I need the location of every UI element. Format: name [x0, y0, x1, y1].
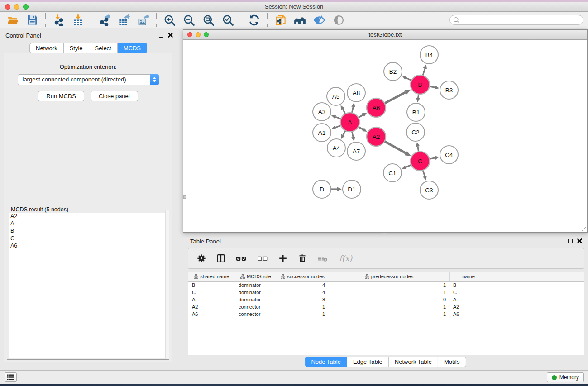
export-network-icon[interactable]	[98, 14, 110, 26]
float-panel-icon[interactable]	[159, 33, 163, 38]
graph-edge[interactable]	[430, 86, 435, 87]
zoom-selected-icon[interactable]	[222, 14, 234, 26]
table-row[interactable]: A6connector11A6	[188, 310, 584, 318]
graph-edge[interactable]	[430, 158, 435, 159]
table-cell[interactable]: A2	[188, 303, 235, 310]
table-cell[interactable]: 1	[329, 281, 449, 289]
close-panel-button[interactable]: Close panel	[91, 91, 138, 101]
result-scrollbar[interactable]	[165, 210, 169, 359]
table-cell[interactable]: B	[188, 281, 235, 289]
zoom-out-icon[interactable]	[183, 14, 195, 26]
zoom-fit-icon[interactable]	[202, 14, 215, 26]
table-cell[interactable]: A6	[188, 310, 235, 318]
add-column-icon[interactable]	[278, 253, 288, 263]
table-cell[interactable]: C	[188, 289, 235, 296]
clone-network-icon[interactable]	[274, 14, 287, 26]
tab-edge-table[interactable]: Edge Table	[347, 357, 389, 367]
tab-network[interactable]: Network	[29, 43, 64, 53]
function-builder-icon[interactable]: f(x)	[338, 253, 354, 264]
table-cell[interactable]: 8	[277, 296, 329, 303]
mcds-result-item[interactable]: C	[9, 235, 167, 242]
table-cell[interactable]: 0	[329, 296, 449, 303]
table-cell[interactable]: connector	[235, 303, 277, 310]
import-network-icon[interactable]	[53, 14, 65, 26]
table-cell[interactable]: B	[449, 281, 488, 289]
graph-edge[interactable]	[335, 117, 341, 119]
network-canvas[interactable]: B4B2BB3A8A5A6A3B1AA1C2A2A4A7C4CC1C3DD1	[183, 40, 587, 232]
memory-button[interactable]: Memory	[547, 372, 584, 382]
table-cell[interactable]: A6	[449, 310, 488, 318]
run-mcds-button[interactable]: Run MCDS	[38, 91, 84, 101]
table-cell[interactable]: 1	[277, 303, 329, 310]
export-table-icon[interactable]	[118, 14, 130, 26]
table-cell[interactable]: dominator	[235, 289, 277, 296]
table-row[interactable]: Cdominator41C	[188, 289, 584, 296]
tab-mcds[interactable]: MCDS	[118, 43, 147, 53]
mcds-result-item[interactable]: A	[9, 220, 167, 227]
table-cell[interactable]: connector	[235, 310, 277, 318]
graph-edge[interactable]	[418, 147, 419, 152]
hide-graphics-details-icon[interactable]	[313, 14, 325, 26]
refresh-layout-icon[interactable]	[248, 14, 260, 26]
graph-edge[interactable]	[423, 170, 425, 176]
table-row[interactable]: A2connector11A2	[188, 303, 584, 310]
table-row[interactable]: Bdominator41B	[188, 281, 584, 289]
mcds-result-item[interactable]: A6	[9, 242, 167, 249]
tab-style[interactable]: Style	[64, 43, 89, 53]
column-header-predecessor-nodes[interactable]: predecessor nodes	[329, 272, 449, 281]
table-cell[interactable]: 1	[329, 289, 449, 296]
select-all-checkboxes-icon[interactable]	[235, 253, 247, 263]
close-table-panel-icon[interactable]	[577, 238, 582, 243]
graph-edge[interactable]	[406, 78, 411, 81]
graph-edge[interactable]	[418, 94, 419, 98]
scrollbar-thumb[interactable]	[183, 195, 186, 199]
graph-edge[interactable]	[352, 132, 353, 137]
float-table-panel-icon[interactable]	[568, 239, 573, 243]
graph-edge[interactable]	[385, 92, 406, 103]
graph-edge[interactable]	[352, 107, 353, 113]
zoom-in-icon[interactable]	[163, 14, 176, 26]
column-header-successor-nodes[interactable]: successor nodes	[277, 272, 329, 281]
show-graphics-details-icon[interactable]	[333, 14, 345, 26]
network-view-window[interactable]: testGlobe.txt B4B2BB3A8A5A6A3B1AA1C2A2A4…	[183, 29, 588, 233]
task-history-button[interactable]	[5, 372, 17, 382]
table-cell[interactable]: 1	[329, 310, 449, 318]
table-cell[interactable]: A	[449, 296, 488, 303]
tab-network-table[interactable]: Network Table	[389, 357, 438, 367]
resize-handle-icon[interactable]	[581, 226, 587, 232]
column-header-shared-name[interactable]: shared name	[188, 272, 235, 281]
table-cell[interactable]: A2	[449, 303, 488, 310]
open-session-icon[interactable]	[7, 14, 19, 26]
network-window-titlebar[interactable]: testGlobe.txt	[183, 30, 587, 40]
table-cell[interactable]: 4	[277, 289, 329, 296]
save-session-icon[interactable]	[26, 14, 38, 26]
mcds-result-item[interactable]: B	[9, 227, 167, 234]
import-table-icon[interactable]	[72, 14, 84, 26]
home-icon[interactable]	[294, 14, 306, 26]
main-titlebar[interactable]: Session: New Session	[0, 2, 588, 12]
delete-column-trash-icon[interactable]	[297, 253, 307, 263]
column-header-name[interactable]: name	[449, 272, 488, 281]
table-row[interactable]: Adominator80A	[188, 296, 584, 303]
tab-motifs[interactable]: Motifs	[438, 357, 466, 367]
table-cell[interactable]: 4	[277, 281, 329, 289]
graph-edge[interactable]	[358, 127, 363, 129]
graph-edge[interactable]	[335, 125, 341, 128]
graph-edge[interactable]	[343, 109, 345, 114]
table-cell[interactable]: dominator	[235, 296, 277, 303]
export-image-icon[interactable]	[137, 14, 149, 26]
graph-edge[interactable]	[358, 115, 363, 118]
table-cell[interactable]: dominator	[235, 281, 277, 289]
search-input[interactable]	[449, 15, 583, 25]
delete-table-icon[interactable]	[317, 253, 329, 263]
table-cell[interactable]: 1	[329, 303, 449, 310]
graph-edge[interactable]	[343, 131, 345, 135]
mcds-result-item[interactable]: A2	[9, 213, 167, 220]
column-layout-icon[interactable]	[216, 253, 226, 263]
optimization-select[interactable]: largest connected component (directed)	[18, 74, 159, 85]
table-cell[interactable]: A	[188, 296, 235, 303]
table-cell[interactable]: C	[449, 289, 488, 296]
table-cell[interactable]: 1	[277, 310, 329, 318]
tab-node-table[interactable]: Node Table	[305, 357, 347, 367]
close-panel-icon[interactable]	[168, 33, 173, 38]
